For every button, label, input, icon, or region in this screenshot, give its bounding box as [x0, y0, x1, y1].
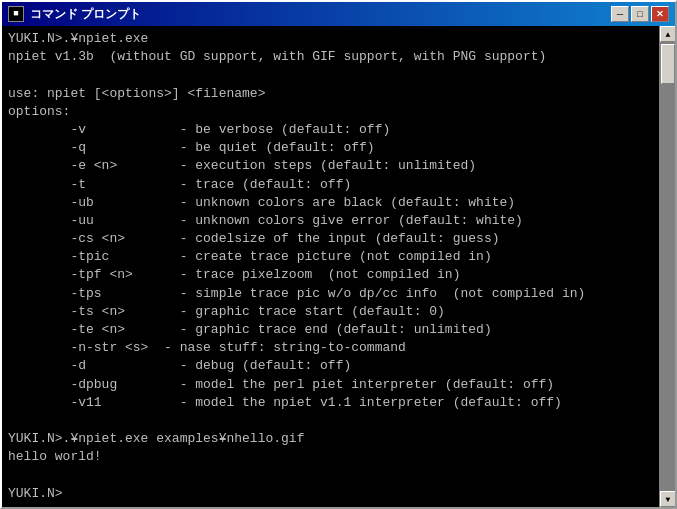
title-bar: ■ コマンド プロンプト ─ □ ✕	[2, 2, 675, 26]
console-line: -tps - simple trace pic w/o dp/cc info (…	[8, 285, 653, 303]
console-line: npiet v1.3b (without GD support, with GI…	[8, 48, 653, 66]
cmd-window: ■ コマンド プロンプト ─ □ ✕ YUKI.N>.¥npiet.exenpi…	[0, 0, 677, 509]
console-line: -v11 - model the npiet v1.1 interpreter …	[8, 394, 653, 412]
console-line: -n-str <s> - nase stuff: string-to-comma…	[8, 339, 653, 357]
console-line: -q - be quiet (default: off)	[8, 139, 653, 157]
scroll-thumb[interactable]	[661, 44, 675, 84]
maximize-button[interactable]: □	[631, 6, 649, 22]
window-body: YUKI.N>.¥npiet.exenpiet v1.3b (without G…	[2, 26, 675, 507]
console-output[interactable]: YUKI.N>.¥npiet.exenpiet v1.3b (without G…	[2, 26, 659, 507]
console-line: options:	[8, 103, 653, 121]
window-title: コマンド プロンプト	[30, 6, 141, 23]
console-line: YUKI.N>	[8, 485, 653, 503]
console-line: -t - trace (default: off)	[8, 176, 653, 194]
scroll-up-button[interactable]: ▲	[660, 26, 675, 42]
console-line: -tpf <n> - trace pixelzoom (not compiled…	[8, 266, 653, 284]
console-line: -ub - unknown colors are black (default:…	[8, 194, 653, 212]
console-line: use: npiet [<options>] <filename>	[8, 85, 653, 103]
console-line: hello world!	[8, 448, 653, 466]
console-line: -ts <n> - graphic trace start (default: …	[8, 303, 653, 321]
console-line: YUKI.N>.¥npiet.exe examples¥nhello.gif	[8, 430, 653, 448]
console-line	[8, 467, 653, 485]
console-line: -d - debug (default: off)	[8, 357, 653, 375]
scroll-track[interactable]	[660, 42, 675, 491]
console-line: -cs <n> - codelsize of the input (defaul…	[8, 230, 653, 248]
console-line: -te <n> - graphic trace end (default: un…	[8, 321, 653, 339]
console-line: -uu - unknown colors give error (default…	[8, 212, 653, 230]
minimize-button[interactable]: ─	[611, 6, 629, 22]
scrollbar[interactable]: ▲ ▼	[659, 26, 675, 507]
console-line: -dpbug - model the perl piet interpreter…	[8, 376, 653, 394]
console-line: -v - be verbose (default: off)	[8, 121, 653, 139]
console-line: -e <n> - execution steps (default: unlim…	[8, 157, 653, 175]
scroll-down-button[interactable]: ▼	[660, 491, 675, 507]
title-bar-left: ■ コマンド プロンプト	[8, 6, 141, 23]
close-button[interactable]: ✕	[651, 6, 669, 22]
title-buttons: ─ □ ✕	[611, 6, 669, 22]
console-line	[8, 412, 653, 430]
window-icon: ■	[8, 6, 24, 22]
console-line: -tpic - create trace picture (not compil…	[8, 248, 653, 266]
console-line	[8, 66, 653, 84]
console-line: YUKI.N>.¥npiet.exe	[8, 30, 653, 48]
